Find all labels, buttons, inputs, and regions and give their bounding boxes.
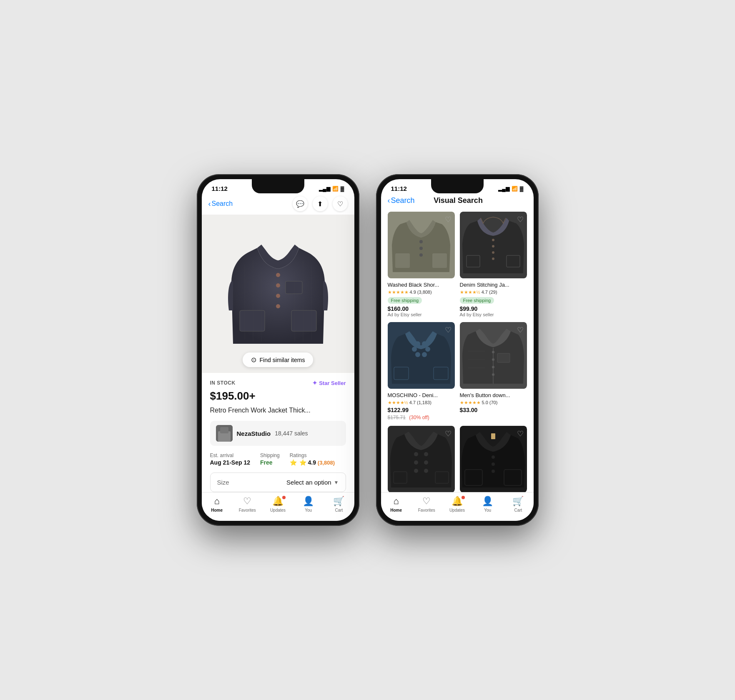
vs-item-4[interactable]: ♡ Men's Button down... ★★★★★ 5.0 (70) $3… xyxy=(460,322,527,421)
product-price: $195.00+ xyxy=(210,390,346,402)
shipping: Shipping Free xyxy=(260,452,280,466)
battery-icon: ▓ xyxy=(341,186,344,192)
bell-icon-2: 🔔 xyxy=(452,496,463,507)
visual-search-nav: ‹ Search Visual Search xyxy=(381,195,534,208)
tab-bar: ⌂ Home ♡ Favorites 🔔 Updates 👤 You 🛒 Car… xyxy=(202,492,354,521)
wifi-icon-2: 📶 xyxy=(512,186,518,192)
tab2-cart[interactable]: 🛒 Cart xyxy=(503,496,533,512)
tab2-home[interactable]: ⌂ Home xyxy=(381,496,411,512)
svg-point-5 xyxy=(276,294,280,298)
signal-icon: ▂▄▆ xyxy=(319,186,330,192)
wishlist-heart-5[interactable]: ♡ xyxy=(445,429,452,438)
vs-item-1[interactable]: ♡ Washed Black Shor... ★★★★★ 4.9 (3,808)… xyxy=(388,212,455,317)
tab-cart[interactable]: 🛒 Cart xyxy=(324,496,354,512)
vs-price-original-row-3: $175.71 (30% off) xyxy=(388,413,455,421)
vs-item-6[interactable]: ♡ Carhartt Work Coat... ★★★★½ 4.6 (540) … xyxy=(460,426,527,492)
tab-favorites-label: Favorites xyxy=(239,508,256,512)
vs-item-name-1: Washed Black Shor... xyxy=(388,282,455,289)
phone-product-detail: 11:12 ▂▄▆ 📶 ▓ ‹ Search 💬 ⬆ xyxy=(197,174,359,526)
svg-point-53 xyxy=(424,460,428,465)
size-label: Size xyxy=(217,479,229,486)
back-label: Search xyxy=(212,200,233,208)
message-icon: 💬 xyxy=(296,200,304,208)
vs-item-name-4: Men's Button down... xyxy=(460,392,527,399)
tab2-you-label: You xyxy=(484,508,491,512)
tab2-favorites[interactable]: ♡ Favorites xyxy=(411,496,442,512)
person-icon: 👤 xyxy=(303,496,314,507)
vs-image-container-5: ♡ xyxy=(388,426,455,492)
vs-stars-1: ★★★★★ 4.9 (3,808) xyxy=(388,290,455,295)
updates-badge xyxy=(282,496,286,499)
wishlist-heart-4[interactable]: ♡ xyxy=(517,325,524,335)
svg-point-62 xyxy=(492,462,495,466)
message-button[interactable]: 💬 xyxy=(293,196,308,211)
svg-rect-2 xyxy=(286,281,302,294)
wishlist-heart-3[interactable]: ♡ xyxy=(445,325,452,335)
heart-icon: ♡ xyxy=(337,200,343,208)
person-icon-2: 👤 xyxy=(482,496,493,507)
tab-you-label: You xyxy=(305,508,312,512)
vs-item-5[interactable]: ♡ Black Wool Jacket... ★★★★★ 4.8 (210) $… xyxy=(388,426,455,492)
bell-icon: 🔔 xyxy=(272,496,283,507)
stock-row: IN STOCK ✦ Star Seller xyxy=(210,380,346,386)
ratings-count[interactable]: (3,808) xyxy=(318,460,335,466)
svg-rect-36 xyxy=(394,367,409,380)
vs-item-name-3: MOSCHINO - Deni... xyxy=(388,392,455,399)
find-similar-button[interactable]: ⊙ Find similar items xyxy=(243,352,314,367)
svg-point-43 xyxy=(492,373,494,376)
battery-icon-2: ▓ xyxy=(520,186,524,192)
status-time-2: 11:12 xyxy=(391,185,407,192)
vs-discount-3: (30% off) xyxy=(409,415,429,420)
vs-price-row-3: $122.99 $175.71 (30% off) xyxy=(388,407,455,421)
tab2-you[interactable]: 👤 You xyxy=(472,496,503,512)
est-arrival: Est. arrival Aug 21-Sep 12 xyxy=(210,452,250,466)
shipping-value: Free xyxy=(260,459,280,466)
vs-rating-2: 4.7 xyxy=(482,290,488,295)
vs-back-button[interactable]: ‹ Search xyxy=(388,196,415,205)
ratings: Ratings ⭐ ⭐ 4.9 (3,808) xyxy=(290,452,335,466)
heart-tab-icon: ♡ xyxy=(243,496,251,507)
visual-search-content: ♡ Washed Black Shor... ★★★★★ 4.9 (3,808)… xyxy=(381,208,534,492)
tab-updates[interactable]: 🔔 Updates xyxy=(263,496,293,512)
wishlist-button[interactable]: ♡ xyxy=(333,196,348,211)
back-button[interactable]: ‹ Search xyxy=(208,200,233,208)
svg-point-63 xyxy=(492,470,495,473)
svg-point-21 xyxy=(419,253,423,257)
wishlist-heart-2[interactable]: ♡ xyxy=(517,215,524,224)
svg-point-28 xyxy=(492,258,494,260)
svg-point-3 xyxy=(276,273,280,277)
vs-rating-4: 5.0 xyxy=(482,400,488,405)
tab-home[interactable]: ⌂ Home xyxy=(202,496,232,512)
vs-item-name-2: Denim Stitching Ja... xyxy=(460,282,527,289)
status-icons-2: ▂▄▆ 📶 ▓ xyxy=(498,186,523,192)
chevron-left-icon: ‹ xyxy=(208,200,211,208)
tab2-favorites-label: Favorites xyxy=(418,508,435,512)
vs-count-4: (70) xyxy=(489,400,498,405)
svg-rect-59 xyxy=(465,470,482,485)
svg-point-49 xyxy=(414,452,418,456)
seller-row[interactable]: NezaStudio 18,447 sales xyxy=(210,421,346,446)
vs-stars-4: ★★★★★ 5.0 (70) xyxy=(460,400,527,405)
size-selector[interactable]: Size Select an option ▼ xyxy=(210,472,346,492)
home-icon: ⌂ xyxy=(214,496,219,507)
wishlist-heart-6[interactable]: ♡ xyxy=(517,429,524,438)
nav-actions: 💬 ⬆ ♡ xyxy=(293,196,348,211)
vs-seller-1: Ad by Etsy seller xyxy=(388,312,455,317)
vs-image-container-4: ♡ xyxy=(460,322,527,389)
tab2-updates[interactable]: 🔔 Updates xyxy=(442,496,472,512)
vs-item-2[interactable]: ♡ Denim Stitching Ja... ★★★★½ 4.7 (29) F… xyxy=(460,212,527,317)
svg-rect-55 xyxy=(394,472,407,483)
product-info: IN STOCK ✦ Star Seller $195.00+ Retro Fr… xyxy=(202,373,354,492)
tab-you[interactable]: 👤 You xyxy=(293,496,324,512)
svg-point-35 xyxy=(422,352,427,357)
share-button[interactable]: ⬆ xyxy=(313,196,328,211)
svg-rect-58 xyxy=(491,433,495,439)
wifi-icon: 📶 xyxy=(332,186,339,192)
vs-item-3[interactable]: ♡ MOSCHINO - Deni... ★★★★½ 4.7 (1,183) $… xyxy=(388,322,455,421)
wishlist-heart-1[interactable]: ♡ xyxy=(445,215,452,224)
vs-price-1: $160.00 xyxy=(388,305,455,312)
product-image-area: ⊙ Find similar items xyxy=(202,215,354,373)
tab-favorites[interactable]: ♡ Favorites xyxy=(232,496,263,512)
tab-updates-label: Updates xyxy=(270,508,286,512)
est-arrival-value: Aug 21-Sep 12 xyxy=(210,459,250,466)
